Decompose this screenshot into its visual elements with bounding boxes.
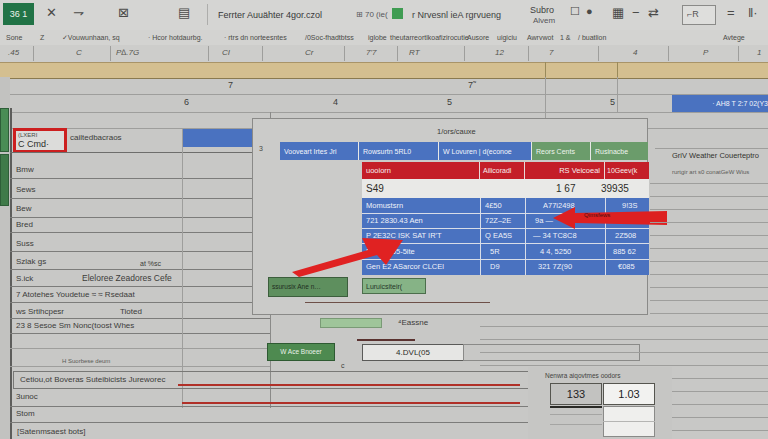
- value-cell[interactable]: 4.DVL(05: [362, 344, 464, 361]
- column-header[interactable]: Cr: [305, 49, 313, 57]
- green-row-strip[interactable]: [0, 108, 9, 152]
- cell-value[interactable]: 5: [447, 98, 452, 107]
- column-header[interactable]: RT: [409, 49, 420, 57]
- mini-table-cell-2[interactable]: 1.03: [603, 383, 655, 405]
- formula-item[interactable]: Sone: [6, 34, 22, 41]
- mini-table-row-line: [603, 421, 655, 422]
- cell-value[interactable]: 5: [610, 98, 615, 107]
- header-divider: [344, 46, 345, 61]
- column-header[interactable]: C: [76, 49, 82, 57]
- red-header-cell[interactable]: Ailicoradl: [480, 162, 525, 179]
- white-row-value: 1 67: [556, 184, 575, 194]
- table-header-cell[interactable]: Rowsurtn 5RL0: [359, 142, 439, 160]
- green-button[interactable]: W Ace Bnoeer: [267, 343, 335, 361]
- gridline: [650, 196, 768, 197]
- header-text: Reors Cents: [532, 148, 575, 155]
- row-label[interactable]: Bew: [16, 205, 32, 213]
- table-cell[interactable]: 721 2830.43 Aen: [366, 217, 423, 225]
- table-cell[interactable]: 9a —: [535, 217, 553, 225]
- cell-note[interactable]: cailtedbacraos: [70, 134, 122, 142]
- cell-value[interactable]: 4: [333, 98, 338, 107]
- table-header-cell-green[interactable]: Rusinacbe: [591, 142, 648, 160]
- row-label[interactable]: S.ick: [16, 275, 33, 283]
- row-label[interactable]: 3unoc: [16, 393, 38, 401]
- name-box[interactable]: .45: [8, 49, 19, 57]
- table-cell[interactable]: 2Z508: [615, 232, 636, 240]
- table-cell[interactable]: 4£50: [485, 202, 502, 210]
- green-row-strip[interactable]: [0, 154, 9, 206]
- table-cell[interactable]: €085: [618, 263, 635, 271]
- formula-item: / buatlion: [578, 34, 606, 41]
- columns-icon[interactable]: ‖·: [748, 6, 758, 19]
- row-label[interactable]: ws Srtihcpesr: [16, 308, 64, 316]
- column-header[interactable]: 4: [633, 49, 637, 57]
- table-grid-icon[interactable]: ▦: [612, 6, 624, 19]
- mini-row-number: 3: [259, 145, 263, 152]
- column-header[interactable]: P∆.7G: [116, 49, 139, 57]
- selected-cell-top-right[interactable]: · AH8 T 2:7 02(Y3: [672, 95, 768, 112]
- formula-item: 1 &: [560, 34, 571, 41]
- green-dot-icon[interactable]: [392, 8, 403, 19]
- row-label[interactable]: 7 Atotehes Youdetue ≈ ≈ Rsedaat: [16, 291, 135, 299]
- header-text: W Lovuren | d(econoe: [439, 148, 512, 155]
- cursor-icon[interactable]: ✕: [46, 6, 57, 19]
- alvem-button[interactable]: Alvem: [533, 17, 555, 25]
- cell-value[interactable]: 7̃: [468, 81, 473, 90]
- gridline: [650, 300, 768, 301]
- subro-button[interactable]: Subro: [530, 6, 554, 15]
- red-header-cell[interactable]: 10Geev(k: [605, 162, 649, 179]
- column-header[interactable]: 7: [549, 49, 553, 57]
- swap-icon[interactable]: ⇄: [648, 6, 659, 19]
- column-header[interactable]: 7'7: [366, 49, 376, 57]
- table-cell[interactable]: Momustsrn: [366, 202, 403, 210]
- mini-table-cell-1[interactable]: 133: [550, 383, 602, 405]
- frame-tool-icon[interactable]: ⌐R: [682, 5, 716, 25]
- column-header[interactable]: P: [703, 49, 708, 57]
- minus-icon[interactable]: −: [632, 6, 640, 19]
- table-cell[interactable]: 72Z–2E: [485, 217, 511, 225]
- equals-icon[interactable]: =: [727, 6, 735, 19]
- row-label[interactable]: Szlak gs: [16, 258, 46, 266]
- table-cell[interactable]: — 34 TC8C8: [533, 232, 577, 240]
- header-text: RS Veicoeal: [559, 167, 604, 175]
- gridline: [480, 365, 768, 366]
- app-logo-label: 36 1: [10, 10, 28, 19]
- table-cell[interactable]: D9: [490, 263, 500, 271]
- cell-value[interactable]: 7: [228, 81, 233, 90]
- table-cell[interactable]: 4 4, 5250: [540, 248, 571, 256]
- row-label[interactable]: Sews: [16, 186, 36, 194]
- table-cell[interactable]: Q EA5S: [485, 232, 512, 240]
- column-header[interactable]: CI: [222, 49, 230, 57]
- row-label[interactable]: Stom: [16, 410, 35, 418]
- table-header-cell[interactable]: W Lovuren | d(econoe: [439, 142, 532, 160]
- checkbox-icon[interactable]: ☐: [570, 6, 580, 17]
- green-cell-right[interactable]: Luruicsiteir(: [362, 278, 426, 294]
- formula-item[interactable]: ✓Vouwunhaan, sq: [62, 34, 120, 41]
- pen-icon[interactable]: ⇁: [73, 6, 84, 19]
- red-header-cell[interactable]: uooiorn: [362, 162, 480, 179]
- row-label[interactable]: Bred: [16, 221, 33, 229]
- selection-box-icon[interactable]: ⊠: [118, 6, 129, 19]
- red-header-cell[interactable]: RS Veicoeal: [525, 162, 605, 179]
- column-header[interactable]: 12: [495, 49, 504, 57]
- table-header-cell[interactable]: Vooveart Irtes Jri: [280, 142, 359, 160]
- table-header-cell-green[interactable]: Reors Cents: [532, 142, 591, 160]
- active-cell-red-outline[interactable]: (LXERI C Cmd·: [13, 128, 67, 153]
- row-extra: Eleloree Zeadores Cefe: [82, 274, 172, 283]
- column-header[interactable]: 1: [757, 49, 761, 57]
- cell-value[interactable]: 6: [184, 98, 189, 107]
- green-cell-left[interactable]: ssurusix Ane n…: [268, 277, 348, 297]
- table-cell[interactable]: 321 7Z(90: [538, 263, 572, 271]
- image-icon[interactable]: ▤: [178, 6, 190, 19]
- row-label[interactable]: Suss: [16, 240, 34, 248]
- blob-icon[interactable]: ●: [586, 6, 593, 17]
- highlight-band[interactable]: [0, 62, 768, 79]
- row-label[interactable]: Bmw: [16, 166, 34, 174]
- row-label[interactable]: 23 8 Sesoe Sm Nonc(toost Whes: [16, 322, 134, 330]
- header-divider: [668, 46, 669, 61]
- table-cell[interactable]: 885 62: [613, 248, 636, 256]
- formula-item[interactable]: Z: [40, 34, 44, 41]
- table-cell[interactable]: 5R: [490, 248, 500, 256]
- mini-table-row-line: [550, 424, 602, 425]
- app-logo[interactable]: 36 1: [3, 3, 34, 25]
